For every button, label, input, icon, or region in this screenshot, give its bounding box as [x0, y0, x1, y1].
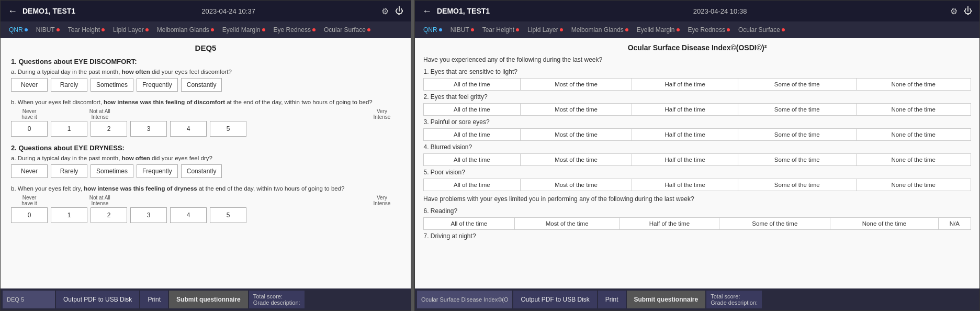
s2-scale-5[interactable]: 5	[210, 207, 246, 223]
left-nav-lipid[interactable]: Lipid Layer	[110, 25, 152, 35]
osdi-q5-label-row: 5. Poor vision?	[424, 166, 971, 179]
right-nav-bar: QNR NIBUT Tear Height Lipid Layer Meibom…	[415, 21, 979, 38]
right-nav-eyelid-dot	[677, 28, 680, 31]
osdi-q6-half[interactable]: Half of the time	[619, 218, 719, 230]
left-print-btn[interactable]: Print	[140, 291, 168, 308]
section2-scale-labels: Never have it Not at All Intense Very In…	[11, 195, 400, 206]
section2-qa-text: a. During a typical day in the past mont…	[11, 155, 400, 161]
left-pdf-btn[interactable]: Output PDF to USB Disk	[56, 291, 139, 308]
left-nav-nibut[interactable]: NIBUT	[33, 25, 63, 35]
left-back-button[interactable]: ←	[8, 6, 17, 17]
left-nav-eyelid[interactable]: Eyelid Margin	[219, 25, 268, 35]
s1-scale-2[interactable]: 2	[91, 121, 127, 137]
osdi-q6-label-row: 6. Reading?	[424, 205, 971, 218]
osdi-q4-all[interactable]: All of the time	[424, 154, 521, 166]
right-nav-meibomian[interactable]: Meibomian Glands	[568, 25, 632, 35]
s1-scale-0[interactable]: 0	[11, 121, 48, 137]
s2-scale-3[interactable]: 3	[130, 207, 167, 223]
s1-rarely-btn[interactable]: Rarely	[51, 78, 87, 92]
right-nav-redness-dot	[727, 28, 730, 31]
left-nav-meibomian[interactable]: Meibomian Glands	[154, 25, 217, 35]
osdi-q5-some[interactable]: Some of the time	[738, 179, 856, 191]
osdi-q7-text: 7. Driving at night?	[424, 230, 971, 243]
osdi-q3-most[interactable]: Most of the time	[520, 129, 632, 141]
left-nav-redness[interactable]: Eye Redness	[271, 25, 319, 35]
right-page-title: Ocular Surface Disease Index©(OSDI©)²	[423, 43, 971, 52]
left-nav-eyelid-dot	[262, 28, 265, 31]
right-nav-tear[interactable]: Tear Height	[479, 25, 522, 35]
osdi-q5-most[interactable]: Most of the time	[520, 179, 632, 191]
osdi-q2-half[interactable]: Half of the time	[632, 104, 738, 116]
right-nav-tear-dot	[516, 28, 519, 31]
osdi-q1-all[interactable]: All of the time	[424, 79, 521, 91]
left-power-icon[interactable]: ⏻	[395, 6, 403, 16]
right-nav-lipid[interactable]: Lipid Layer	[524, 25, 566, 35]
s2-never-btn[interactable]: Never	[11, 164, 48, 178]
right-panel: ← DEMO1, TEST1 2023-04-24 10:38 ⚙ ⏻ QNR …	[414, 0, 980, 311]
s2-rarely-btn[interactable]: Rarely	[51, 164, 87, 178]
osdi-q5-half[interactable]: Half of the time	[632, 179, 738, 191]
osdi-q4-most[interactable]: Most of the time	[520, 154, 632, 166]
left-nav-tear-height[interactable]: Tear Height	[65, 25, 108, 35]
osdi-q6-none[interactable]: None of the time	[830, 218, 938, 230]
osdi-q2-all[interactable]: All of the time	[424, 104, 521, 116]
s2-scale-1[interactable]: 1	[51, 207, 87, 223]
right-pdf-btn[interactable]: Output PDF to USB Disk	[513, 291, 596, 308]
osdi-q3-half[interactable]: Half of the time	[632, 129, 738, 141]
osdi-q2-most[interactable]: Most of the time	[520, 104, 632, 116]
s1-scale-1[interactable]: 1	[51, 121, 87, 137]
left-settings-icon[interactable]: ⚙	[381, 6, 389, 16]
right-nav-nibut[interactable]: NIBUT	[447, 25, 477, 35]
s1-frequently-btn[interactable]: Frequently	[137, 78, 178, 92]
s2-sometimes-btn[interactable]: Sometimes	[91, 164, 133, 178]
right-nav-ocular[interactable]: Ocular Surface	[735, 25, 788, 35]
right-nav-eyelid[interactable]: Eyelid Margin	[634, 25, 683, 35]
osdi-q4-half[interactable]: Half of the time	[632, 154, 738, 166]
osdi-q6-all[interactable]: All of the time	[424, 218, 515, 230]
left-nav-qnr-label: QNR	[9, 26, 23, 34]
right-nav-redness[interactable]: Eye Redness	[685, 25, 733, 35]
osdi-q4-none[interactable]: None of the time	[856, 154, 971, 166]
osdi-q2-none[interactable]: None of the time	[856, 104, 971, 116]
osdi-q1-none[interactable]: None of the time	[856, 79, 971, 91]
right-header: ← DEMO1, TEST1 2023-04-24 10:38 ⚙ ⏻	[415, 1, 979, 21]
osdi-q5-all[interactable]: All of the time	[424, 179, 521, 191]
osdi-q6-some[interactable]: Some of the time	[719, 218, 830, 230]
osdi-q4-some[interactable]: Some of the time	[738, 154, 856, 166]
osdi-q6-most[interactable]: Most of the time	[514, 218, 619, 230]
osdi-q3-none[interactable]: None of the time	[856, 129, 971, 141]
left-nav-qnr[interactable]: QNR	[6, 25, 31, 35]
osdi-q5-options-row: All of the time Most of the time Half of…	[424, 179, 971, 191]
osdi-q3-some[interactable]: Some of the time	[738, 129, 856, 141]
right-nav-qnr[interactable]: QNR	[420, 25, 445, 35]
s1-never-btn[interactable]: Never	[11, 78, 48, 92]
s1-constantly-btn[interactable]: Constantly	[181, 78, 222, 92]
s2-frequently-btn[interactable]: Frequently	[137, 164, 178, 178]
right-power-icon[interactable]: ⏻	[964, 6, 972, 16]
left-nav-ocular[interactable]: Ocular Surface	[321, 25, 374, 35]
osdi-q3-all[interactable]: All of the time	[424, 129, 521, 141]
s2-scale-0[interactable]: 0	[11, 207, 48, 223]
right-submit-btn[interactable]: Submit questionnaire	[627, 291, 706, 308]
s2-constantly-btn[interactable]: Constantly	[181, 164, 222, 178]
s1-scale-4[interactable]: 4	[170, 121, 207, 137]
osdi-q1-most[interactable]: Most of the time	[520, 79, 632, 91]
s1-scale-3[interactable]: 3	[130, 121, 167, 137]
s2-scale-2[interactable]: 2	[91, 207, 127, 223]
right-back-button[interactable]: ←	[422, 6, 432, 17]
right-settings-icon[interactable]: ⚙	[950, 6, 958, 16]
right-print-btn[interactable]: Print	[598, 291, 626, 308]
scale1-label-very: Very Intense	[364, 108, 400, 120]
osdi-q1-some[interactable]: Some of the time	[738, 79, 856, 91]
osdi-q5-none[interactable]: None of the time	[856, 179, 971, 191]
left-submit-btn[interactable]: Submit questionnaire	[169, 291, 248, 308]
osdi-q2-some[interactable]: Some of the time	[738, 104, 856, 116]
left-nav-bar: QNR NIBUT Tear Height Lipid Layer Meibom…	[1, 21, 411, 38]
s1-scale-5[interactable]: 5	[210, 121, 246, 137]
osdi-q1-half[interactable]: Half of the time	[632, 79, 738, 91]
section2-scale: Never have it Not at All Intense Very In…	[11, 195, 400, 223]
right-header-left: ← DEMO1, TEST1	[422, 6, 490, 17]
s2-scale-4[interactable]: 4	[170, 207, 207, 223]
osdi-q6-na[interactable]: N/A	[938, 218, 971, 230]
s1-sometimes-btn[interactable]: Sometimes	[91, 78, 133, 92]
